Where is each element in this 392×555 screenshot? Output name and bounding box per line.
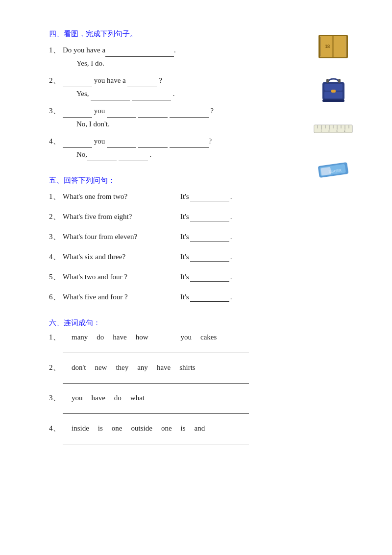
- s5-q2-blank[interactable]: [190, 213, 229, 221]
- s4-q4-line1: you ?: [63, 135, 353, 148]
- s5-q5-question: What's two and four ?: [63, 270, 180, 284]
- svg-rect-8: [324, 92, 343, 98]
- s6-q2-w6: shirts: [179, 363, 196, 372]
- s5-q1-num: 1、: [49, 190, 63, 203]
- s4-q4-blank6[interactable]: [119, 152, 148, 161]
- s4-q4-line2: No, .: [76, 148, 353, 161]
- eraser-image: ERASER: [314, 153, 353, 187]
- s5-q2-num: 2、: [49, 210, 63, 223]
- s4-q4-blank5[interactable]: [87, 152, 117, 161]
- s5-q3-num: 3、: [49, 230, 63, 243]
- svg-rect-9: [331, 90, 336, 93]
- s6-q2-w5: have: [157, 363, 171, 372]
- s4-q1-line2: Yes, I do.: [76, 57, 353, 70]
- s6-q3-w1: you: [72, 394, 83, 402]
- s4-q4-blank1[interactable]: [63, 139, 92, 148]
- s6-q4-w7: and: [195, 424, 205, 433]
- s5-q1-blank[interactable]: [190, 193, 229, 201]
- s5-q6-answer: It's.: [180, 290, 232, 304]
- s5-q3-question: What's four from eleven?: [63, 230, 180, 243]
- s6-q4-w5: one: [161, 424, 172, 433]
- s5-q3-answer: It's.: [180, 230, 232, 243]
- section-5: 五、回答下列问句： 1、 What's one from two? It's. …: [49, 176, 353, 304]
- section-4: 四、看图，完成下列句子。 18: [49, 29, 353, 161]
- s6-q1: 1、 many do have how you cakes: [49, 333, 353, 353]
- s6-q1-w6: cakes: [200, 333, 217, 341]
- s5-q6-question: What's five and four ?: [63, 290, 180, 304]
- s5-q1-answer: It's.: [180, 190, 232, 203]
- s5-q3: 3、 What's four from eleven? It's.: [49, 230, 353, 243]
- s4-q4-content: you ? No, .: [63, 135, 353, 161]
- s5-q6: 6、 What's five and four ? It's.: [49, 290, 353, 304]
- s6-q3: 3、 you have do what: [49, 393, 353, 414]
- s6-q4-answer-line[interactable]: [63, 435, 249, 444]
- s4-q2-blank2[interactable]: [127, 78, 157, 87]
- s6-q3-w3: do: [114, 394, 122, 402]
- svg-rect-12: [322, 99, 344, 102]
- s4-q4-blank4[interactable]: [170, 139, 209, 148]
- s5-q5-blank[interactable]: [190, 273, 229, 282]
- s6-q3-num: 3、: [49, 393, 63, 403]
- s4-q3-num: 3、: [49, 104, 63, 118]
- s6-q1-words: 1、 many do have how you cakes: [49, 333, 353, 342]
- s5-q2-answer: It's.: [180, 210, 232, 223]
- images-column: 18: [314, 29, 353, 190]
- s4-q2-blank1[interactable]: [63, 78, 92, 87]
- s5-q4-blank[interactable]: [190, 253, 229, 262]
- s5-q3-blank[interactable]: [190, 233, 229, 241]
- s6-q2-w1: don't: [72, 363, 86, 372]
- s6-q1-w3: have: [113, 333, 126, 341]
- s5-q1: 1、 What's one from two? It's.: [49, 190, 353, 203]
- s4-q2-blank4[interactable]: [132, 92, 171, 100]
- s6-q1-answer-line[interactable]: [63, 344, 249, 353]
- svg-rect-10: [326, 79, 329, 83]
- svg-text:4: 4: [344, 130, 345, 132]
- s4-q2-num: 2、: [49, 74, 63, 87]
- s4-q3-blank1[interactable]: [63, 109, 92, 118]
- s6-q3-w4: what: [130, 394, 145, 402]
- s4-q3-content: you ? No, I don't.: [63, 104, 353, 131]
- s5-q2: 2、 What's five from eight? It's.: [49, 210, 353, 223]
- s6-q1-w2: do: [97, 333, 104, 341]
- s6-q1-num: 1、: [49, 333, 63, 342]
- s4-q4-blank3[interactable]: [138, 139, 168, 148]
- s4-q1-blank[interactable]: [105, 48, 174, 57]
- s4-q1-content: Do you have a. Yes, I do.: [63, 44, 353, 70]
- s5-q4-answer: It's.: [180, 250, 232, 264]
- s4-q2: 2、 you have a ? Yes, .: [49, 74, 353, 100]
- svg-rect-3: [332, 36, 334, 57]
- s6-q4-w2: is: [98, 424, 103, 433]
- s6-q4-words: 4、 inside is one outside one is and: [49, 424, 353, 433]
- s4-q3: 3、 you ? No, I don't.: [49, 104, 353, 131]
- s4-q1-num: 1、: [49, 44, 63, 57]
- s6-q1-w5: you: [181, 333, 192, 341]
- s5-q4: 4、 What's six and three? It's.: [49, 250, 353, 264]
- s4-q2-blank3[interactable]: [91, 92, 130, 100]
- s5-q4-num: 4、: [49, 250, 63, 264]
- ruler-image: 1 2 3 4: [314, 112, 353, 146]
- s5-q4-question: What's six and three?: [63, 250, 180, 264]
- s4-q4-num: 4、: [49, 135, 63, 148]
- svg-rect-11: [338, 79, 341, 83]
- s6-q4-num: 4、: [49, 424, 63, 433]
- svg-text:1: 1: [320, 130, 321, 132]
- s6-q4-w3: one: [112, 424, 122, 433]
- s4-q3-blank4[interactable]: [170, 109, 209, 118]
- s6-q2: 2、 don't new they any have shirts: [49, 363, 353, 384]
- s5-q1-question: What's one from two?: [63, 190, 180, 203]
- s6-q2-num: 2、: [49, 363, 63, 372]
- section-6: 六、连词成句： 1、 many do have how you cakes 2、…: [49, 318, 353, 444]
- s6-q2-w3: they: [116, 363, 128, 372]
- s4-q3-blank2[interactable]: [107, 109, 136, 118]
- s6-q1-w1: many: [72, 333, 88, 341]
- s6-q2-w2: new: [95, 363, 107, 372]
- s6-q4: 4、 inside is one outside one is and: [49, 424, 353, 444]
- s6-q4-w1: inside: [72, 424, 89, 433]
- s4-q3-blank3[interactable]: [138, 109, 168, 118]
- s5-q6-blank[interactable]: [190, 293, 229, 302]
- s6-q3-answer-line[interactable]: [63, 405, 249, 414]
- s4-q4: 4、 you ? No, .: [49, 135, 353, 161]
- s6-q2-answer-line[interactable]: [63, 375, 249, 384]
- s4-q4-blank2[interactable]: [107, 139, 136, 148]
- s4-q2-content: you have a ? Yes, .: [63, 74, 353, 100]
